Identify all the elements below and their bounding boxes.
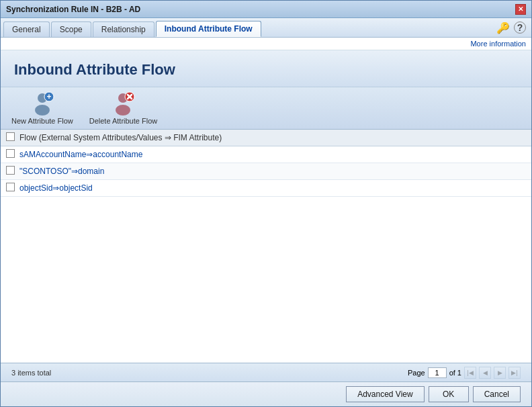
tab-general[interactable]: General [3,21,50,37]
advanced-view-button[interactable]: Advanced View [346,386,425,402]
toolbar: + New Attribute Flow [1,87,531,130]
svg-point-5 [116,105,130,116]
row2-checkbox-col [6,166,19,177]
last-page-button[interactable]: ▶| [508,367,521,379]
page-header: Inbound Attribute Flow [1,50,531,87]
tabs-bar: General Scope Relationship Inbound Attri… [1,18,531,38]
main-window: Synchronization Rule IN - B2B - AD ✕ Gen… [0,0,532,407]
new-attribute-flow-button[interactable]: + New Attribute Flow [11,91,73,125]
row3-checkbox[interactable] [6,183,15,191]
content-area: Inbound Attribute Flow + New Attribute F… [1,50,531,381]
ok-button[interactable]: OK [429,386,469,402]
new-attribute-flow-icon: + [30,91,54,116]
window-title: Synchronization Rule IN - B2B - AD [6,5,140,14]
tab-inbound-attribute-flow[interactable]: Inbound Attribute Flow [156,21,261,37]
delete-attribute-flow-icon [111,91,135,116]
footer-bar: 3 items total Page of 1 |◀ ◀ ▶ ▶| [1,363,531,381]
svg-point-1 [35,105,50,116]
header-checkbox-col [6,132,19,143]
row1-checkbox[interactable] [6,149,15,158]
header-checkbox[interactable] [6,132,15,141]
flow-column-header: Flow (External System Attributes/Values … [19,133,222,142]
more-info-link[interactable]: More information [470,40,526,48]
help-icon[interactable]: ? [514,21,526,34]
close-button[interactable]: ✕ [515,4,526,15]
row3-flow: objectSid⇒objectSid [19,183,93,193]
cancel-button[interactable]: Cancel [473,386,521,402]
new-attribute-flow-label: New Attribute Flow [11,117,73,125]
row2-flow: "SCONTOSO"⇒domain [19,167,104,176]
action-bar: Advanced View OK Cancel [1,381,531,406]
tab-relationship[interactable]: Relationship [93,21,154,37]
tab-icon-group: 🔑 ? [496,21,526,34]
row2-checkbox[interactable] [6,166,15,175]
page-title: Inbound Attribute Flow [14,61,518,79]
list-header: Flow (External System Attributes/Values … [1,130,531,146]
tab-scope[interactable]: Scope [51,21,91,37]
page-number-input[interactable] [428,367,447,378]
svg-text:+: + [46,92,51,101]
prev-page-button[interactable]: ◀ [479,367,491,379]
row1-checkbox-col [6,149,19,160]
pagination: Page of 1 |◀ ◀ ▶ ▶| [408,367,521,379]
first-page-button[interactable]: |◀ [464,367,476,379]
flow-list: Flow (External System Attributes/Values … [1,130,531,363]
list-item[interactable]: "SCONTOSO"⇒domain [1,163,531,180]
title-bar: Synchronization Rule IN - B2B - AD ✕ [1,1,531,18]
star-icon[interactable]: 🔑 [496,21,510,34]
row1-flow: sAMAccountName⇒accountName [19,150,142,159]
page-label: Page [408,369,425,377]
list-item[interactable]: sAMAccountName⇒accountName [1,146,531,163]
delete-attribute-flow-label: Delete Attribute Flow [89,117,158,125]
more-info-bar: More information [1,38,531,50]
next-page-button[interactable]: ▶ [494,367,506,379]
items-total: 3 items total [11,369,51,377]
list-item[interactable]: objectSid⇒objectSid [1,180,531,197]
page-of-label: of 1 [449,369,461,377]
row3-checkbox-col [6,183,19,193]
delete-attribute-flow-button[interactable]: Delete Attribute Flow [89,91,158,125]
